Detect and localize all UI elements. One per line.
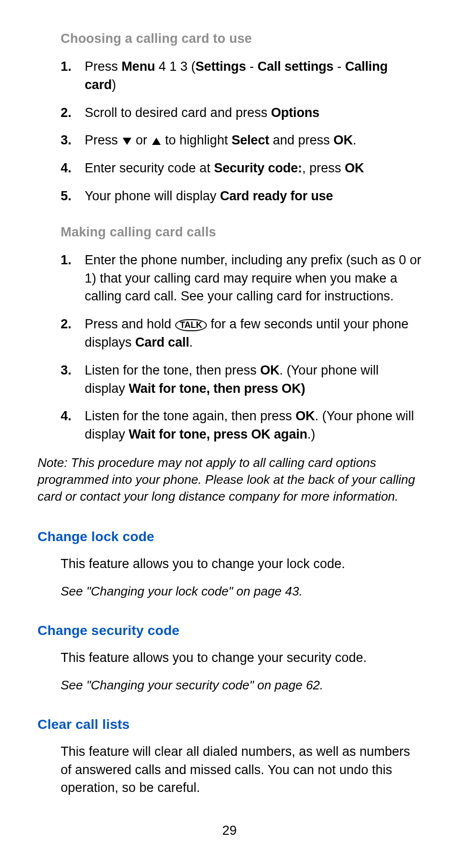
step-text: Listen for the tone again, then press xyxy=(85,409,295,423)
bold-text: Card call xyxy=(135,335,189,350)
body-text: This feature allows you to change your s… xyxy=(61,649,421,667)
bold-text: Select xyxy=(231,133,269,147)
making-steps-list: 1. Enter the phone number, including any… xyxy=(61,251,421,444)
sub-heading-choosing: Choosing a calling card to use xyxy=(61,31,421,46)
step-number: 2. xyxy=(61,315,72,334)
list-item: 2. Press and hold TALK for a few seconds… xyxy=(61,315,421,352)
list-item: 3. Listen for the tone, then press OK. (… xyxy=(61,362,421,398)
section-heading-clear-call: Clear call lists xyxy=(38,717,421,732)
bold-text: OK xyxy=(333,133,353,147)
step-text: - xyxy=(333,59,345,74)
list-item: 1. Press Menu 4 1 3 (Settings - Call set… xyxy=(61,58,421,94)
list-item: 3. Press or to highlight Select and pres… xyxy=(61,131,421,150)
body-text: This feature will clear all dialed numbe… xyxy=(61,743,421,797)
step-number: 3. xyxy=(61,362,72,380)
bold-text: Wait for tone, then press OK) xyxy=(129,381,306,396)
step-number: 1. xyxy=(61,251,72,270)
step-text: Press and hold xyxy=(85,317,175,331)
step-text: . xyxy=(353,133,357,147)
list-item: 5. Your phone will display Card ready fo… xyxy=(61,187,421,206)
step-number: 4. xyxy=(61,159,72,178)
list-item: 1. Enter the phone number, including any… xyxy=(61,251,421,306)
step-number: 3. xyxy=(61,131,72,150)
step-text: .) xyxy=(307,427,316,441)
step-number: 2. xyxy=(61,104,72,122)
step-text: Scroll to desired card and press xyxy=(85,105,271,120)
step-text: ) xyxy=(112,78,116,92)
step-text: and press xyxy=(269,133,334,147)
body-text: This feature allows you to change your l… xyxy=(61,555,421,573)
section-heading-change-lock: Change lock code xyxy=(38,529,421,544)
list-item: 2. Scroll to desired card and press Opti… xyxy=(61,104,421,122)
triangle-up-icon xyxy=(152,138,161,145)
step-text: - xyxy=(246,59,257,74)
step-text: Press xyxy=(85,133,122,147)
bold-text: Wait for tone, press OK again xyxy=(129,427,307,441)
bold-text: Settings xyxy=(195,59,246,74)
note-text: Note: This procedure may not apply to al… xyxy=(38,454,421,505)
step-number: 4. xyxy=(61,407,72,426)
bold-text: OK xyxy=(260,363,280,377)
page-number: 29 xyxy=(0,823,459,838)
section-heading-change-security: Change security code xyxy=(38,623,421,638)
list-item: 4. Listen for the tone again, then press… xyxy=(61,407,421,444)
step-text: . xyxy=(189,335,193,350)
cross-reference: See "Changing your lock code" on page 43… xyxy=(61,584,421,599)
step-text: Your phone will display xyxy=(85,189,220,203)
talk-button-icon: TALK xyxy=(175,319,207,331)
bold-text: Card ready for use xyxy=(220,189,333,203)
bold-text: OK xyxy=(344,161,364,175)
cross-reference: See "Changing your security code" on pag… xyxy=(61,678,421,693)
bold-text: Call settings xyxy=(257,59,333,74)
triangle-down-icon xyxy=(123,138,131,145)
choosing-steps-list: 1. Press Menu 4 1 3 (Settings - Call set… xyxy=(61,58,421,206)
bold-text: Security code: xyxy=(214,161,302,175)
bold-text: Menu xyxy=(122,59,155,74)
step-text: to highlight xyxy=(162,133,232,147)
step-text: Listen for the tone, then press xyxy=(85,363,260,377)
bold-text: Options xyxy=(271,105,319,120)
step-number: 1. xyxy=(61,58,72,76)
bold-text: OK xyxy=(295,409,315,423)
step-text: , press xyxy=(302,161,345,175)
step-text: Press xyxy=(85,59,122,74)
step-text: Enter security code at xyxy=(85,161,214,175)
sub-heading-making: Making calling card calls xyxy=(61,225,421,240)
list-item: 4. Enter security code at Security code:… xyxy=(61,159,421,178)
step-number: 5. xyxy=(61,187,72,206)
step-text: or xyxy=(132,133,151,147)
step-text: 4 1 3 ( xyxy=(155,59,195,74)
step-text: Enter the phone number, including any pr… xyxy=(85,253,421,304)
